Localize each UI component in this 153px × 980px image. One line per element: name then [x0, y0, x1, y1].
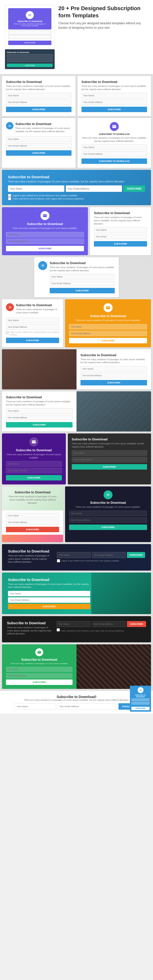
t18-name-input[interactable] — [8, 591, 90, 596]
t18-btn[interactable]: SUBSCRIBE — [8, 604, 90, 609]
t20-btn[interactable]: SUBSCRIBE — [6, 679, 72, 685]
t6-btn[interactable]: SUBSCRIBE — [6, 246, 84, 251]
t13-title: Subscribe to Download — [6, 448, 62, 452]
t9-checkbox[interactable] — [6, 331, 8, 334]
template-16: ✉ Subscribe to Download There are many v… — [65, 487, 151, 542]
t12-email-input[interactable] — [6, 415, 72, 420]
t17-btn[interactable]: SUBSCRIBE — [127, 552, 145, 558]
t11-email-input[interactable] — [81, 373, 147, 378]
t15-email-input[interactable] — [6, 520, 59, 525]
t17-email-input[interactable] — [92, 552, 126, 558]
t17-checkbox[interactable] — [57, 559, 60, 562]
t20-desc: There are many variations of passages of… — [6, 662, 72, 665]
t14-btn[interactable]: SUBSCRIBE — [72, 464, 147, 469]
t9-name-input[interactable] — [6, 318, 59, 323]
t15-name-input[interactable] — [6, 513, 59, 519]
t4-mail-icon — [112, 124, 116, 129]
t9-desc: There are many variations of passages of… — [16, 308, 59, 314]
hero-subscribe-btn[interactable]: SUBSCRIBE — [8, 41, 52, 45]
t12-image — [76, 391, 151, 431]
t10-email-input[interactable] — [69, 331, 147, 336]
corner-btn[interactable]: SUBSCRIBE — [131, 707, 150, 710]
t16-btn[interactable]: SUBSCRIBE — [69, 525, 147, 530]
hero-preview: ✉ Subscribe to Download There are many v… — [5, 5, 55, 69]
t8-btn[interactable]: SUBSCRIBE — [50, 288, 115, 293]
t4-btn[interactable]: SUBSCRIBE TO DOWNLOAD — [82, 158, 147, 164]
t13-email-input[interactable] — [6, 468, 62, 473]
t2-name-input[interactable] — [82, 93, 147, 98]
t9-btn[interactable]: SUBSCRIBE — [6, 338, 59, 343]
t12-title: Subscribe to Download — [6, 395, 72, 399]
t4-desc: There are many variations of passages of… — [82, 137, 147, 143]
t8-title: Subscribe to Download — [50, 261, 115, 265]
t4-email-input[interactable] — [82, 151, 147, 157]
template-row-1: Subscribe to Download There are many var… — [2, 76, 151, 116]
t19-desc: There are many variations of passages of… — [7, 626, 52, 635]
t3-email-input[interactable] — [6, 143, 71, 148]
t8-name-input[interactable] — [50, 274, 115, 280]
t1-email-input[interactable] — [6, 100, 71, 105]
t4-name-input[interactable] — [82, 145, 147, 150]
t12-name-input[interactable] — [6, 408, 72, 414]
t8-email-input[interactable] — [50, 281, 115, 286]
template-20: Subscribe to Download There are many var… — [2, 644, 151, 689]
t14-name-input[interactable] — [72, 450, 147, 456]
t20-email-input[interactable] — [6, 673, 72, 678]
t1-name-input[interactable] — [6, 93, 71, 98]
t3-name-input[interactable] — [6, 137, 71, 142]
footer-name-input[interactable] — [14, 703, 56, 710]
t6-name-input[interactable] — [6, 232, 84, 237]
t15-btn[interactable]: SUBSCRIBE — [6, 527, 59, 532]
template-8: ✉ Subscribe to Download There are many v… — [34, 257, 119, 297]
t5-btn[interactable]: SUBSCRIBE — [124, 185, 145, 192]
t13-btn[interactable]: SUBSCRIBE — [6, 475, 62, 480]
t19-email-input[interactable] — [92, 621, 126, 627]
t7-btn[interactable]: SUBSCRIBE — [94, 241, 147, 247]
t19-btn[interactable]: SUBSCRIBE — [127, 621, 146, 627]
template-row-2: ✉ Subscribe to Download There are many v… — [2, 118, 151, 168]
template-2: Subscribe to Download There are many var… — [77, 76, 151, 116]
t19-checkbox[interactable] — [56, 628, 60, 632]
t5-checkbox2[interactable] — [8, 197, 11, 200]
template-4: Subscribe to Download There are many var… — [77, 118, 151, 168]
t7-desc: There are many variations of passages of… — [94, 216, 147, 225]
t5-email-input[interactable] — [66, 185, 122, 192]
t7-email-input[interactable] — [94, 234, 147, 239]
t5-checkbox1[interactable] — [8, 194, 11, 197]
t5-name-input[interactable] — [8, 185, 64, 192]
t17-name-input[interactable] — [57, 552, 91, 558]
t19-name-input[interactable] — [56, 621, 91, 627]
t6-email-input[interactable] — [6, 239, 84, 244]
t1-desc: There are many variations of passages of… — [6, 85, 71, 91]
t6-title: Subscribe to Download — [6, 222, 84, 226]
t12-btn[interactable]: SUBSCRIBE — [6, 422, 72, 428]
t11-form: Subscribe to Download There are many var… — [76, 349, 151, 390]
t14-email-input[interactable] — [72, 457, 147, 462]
t9-email-input[interactable] — [6, 324, 59, 330]
t18-title: Subscribe to Download — [8, 578, 90, 582]
t1-btn[interactable]: SUBSCRIBE — [6, 107, 71, 112]
t10-btn[interactable]: SUBSCRIBE — [69, 338, 147, 343]
t2-email-input[interactable] — [82, 100, 147, 105]
footer-email-input[interactable] — [57, 703, 117, 710]
t2-btn[interactable]: SUBSCRIBE — [82, 107, 147, 112]
t13-mail-icon — [32, 440, 36, 444]
t5-title: Subscribe to Download — [8, 175, 145, 179]
footer-section: Subscribe to Download! There are many va… — [0, 691, 153, 714]
t3-btn[interactable]: SUBSCRIBE — [6, 150, 71, 156]
t11-btn[interactable]: SUBSCRIBE — [81, 380, 147, 385]
dark-mini-btn[interactable]: SUBSCRIBE — [7, 64, 53, 67]
t11-name-input[interactable] — [81, 366, 147, 372]
template-row-9: Subscribe to Download There are many var… — [2, 433, 151, 484]
t7-name-input[interactable] — [94, 227, 147, 233]
t18-email-input[interactable] — [8, 597, 90, 603]
t20-name-input[interactable] — [6, 667, 72, 672]
t16-name-input[interactable] — [69, 511, 147, 516]
t10-name-input[interactable] — [69, 324, 147, 329]
hero-section: ✉ Subscribe to Download There are many v… — [0, 0, 153, 74]
t13-name-input[interactable] — [6, 461, 62, 467]
t9-title: Subscribe to Download — [16, 303, 59, 307]
t16-email-input[interactable] — [69, 517, 147, 523]
t17-right: SUBSCRIBE I agree to get notified from e… — [57, 552, 145, 562]
t2-desc: There are many variations of passages of… — [82, 85, 147, 91]
